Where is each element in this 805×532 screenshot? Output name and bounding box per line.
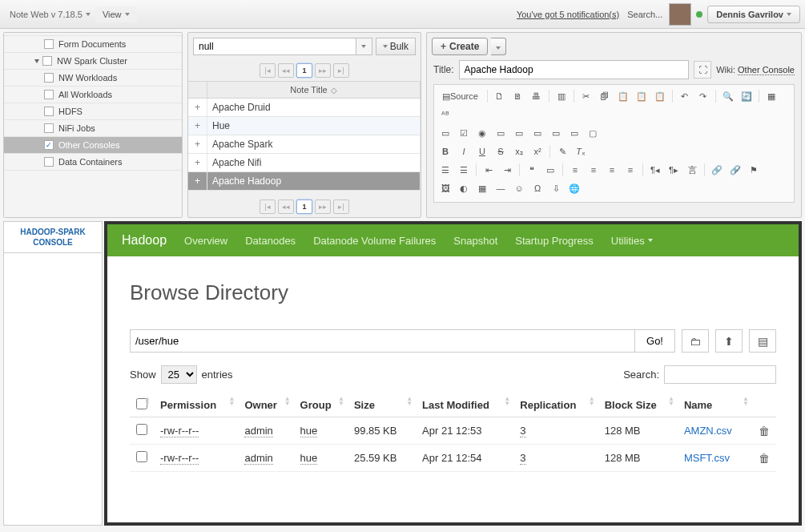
note-row[interactable]: +Hue — [188, 117, 421, 135]
home-button[interactable]: 🗀 — [682, 329, 709, 353]
align-left-button[interactable]: ≡ — [567, 162, 583, 178]
row-checkbox[interactable] — [136, 424, 147, 435]
pager-next-button[interactable]: ▸▸ — [315, 63, 331, 78]
col-size[interactable]: Size▲▼ — [348, 393, 416, 417]
pager-prev-button[interactable]: ◂◂ — [278, 200, 294, 214]
bold-button[interactable]: B — [437, 143, 453, 159]
italic-button[interactable]: I — [456, 143, 472, 159]
note-row[interactable]: +Apache Druid — [188, 99, 421, 117]
bullet-list-button[interactable]: ☰ — [456, 162, 472, 178]
note-row[interactable]: +Apache Hadoop — [188, 172, 421, 191]
hr-button[interactable]: ― — [493, 180, 509, 196]
expand-icon[interactable]: + — [188, 135, 207, 153]
new-folder-button[interactable]: ▤ — [749, 329, 776, 353]
textfield-icon[interactable]: ▭ — [493, 125, 509, 141]
tree-item[interactable]: HDFS — [4, 103, 182, 120]
go-button[interactable]: Go! — [635, 329, 675, 353]
pager-page-button[interactable]: 1 — [296, 63, 312, 78]
permission-value[interactable]: -rw-r--r-- — [160, 425, 199, 437]
tree-checkbox[interactable]: ✓ — [44, 140, 54, 150]
file-link[interactable]: MSFT.csv — [684, 452, 730, 464]
cut-icon[interactable]: ✂ — [578, 88, 594, 104]
pager-first-button[interactable]: |◂ — [260, 200, 276, 214]
strike-button[interactable]: S — [493, 143, 509, 159]
copy-icon[interactable]: 🗐 — [597, 88, 613, 104]
note-row[interactable]: +Apache Nifi — [188, 154, 421, 172]
source-button[interactable]: ▤ Source — [437, 88, 483, 104]
underline-button[interactable]: U — [474, 143, 490, 159]
delete-button[interactable]: 🗑 — [759, 452, 770, 465]
find-icon[interactable]: 🔍 — [720, 88, 736, 104]
subscript-button[interactable]: x₂ — [511, 143, 527, 159]
tree-item[interactable]: NiFi Jobs — [4, 119, 182, 137]
create-dropdown-button[interactable] — [491, 38, 506, 55]
nav-startup-progress[interactable]: Startup Progress — [515, 235, 594, 247]
tree-item[interactable]: All Workloads — [4, 86, 182, 103]
pagebreak-button[interactable]: ⇩ — [548, 180, 564, 196]
note-row[interactable]: +Apache Spark — [188, 135, 421, 154]
undo-icon[interactable]: ↶ — [677, 88, 693, 104]
remove-format-button[interactable]: ✎ — [554, 143, 570, 159]
group-value[interactable]: hue — [300, 452, 318, 465]
outdent-button[interactable]: ⇤ — [481, 162, 497, 178]
col-replication[interactable]: Replication▲▼ — [513, 393, 598, 417]
avatar[interactable] — [669, 3, 691, 26]
delete-button[interactable]: 🗑 — [759, 425, 770, 437]
form-icon[interactable]: ▭ — [437, 125, 453, 141]
filter-dropdown-button[interactable] — [356, 38, 372, 55]
image-button-icon[interactable]: ▭ — [566, 125, 582, 141]
tree-checkbox[interactable] — [44, 73, 54, 83]
blockquote-button[interactable]: ❝ — [524, 162, 540, 178]
paste-word-icon[interactable]: 📋 — [652, 88, 668, 104]
spellcheck-icon[interactable]: ᴬᴮ — [437, 107, 453, 123]
tree-checkbox[interactable] — [42, 56, 52, 66]
tree-checkbox[interactable] — [44, 90, 54, 99]
note-title-column-header[interactable]: Note Title ◇ — [207, 82, 421, 98]
filter-input[interactable] — [193, 38, 356, 55]
col-group[interactable]: Group▲▼ — [294, 393, 348, 417]
align-right-button[interactable]: ≡ — [604, 162, 620, 178]
print-icon[interactable]: 🖶 — [529, 88, 545, 104]
align-center-button[interactable]: ≡ — [586, 162, 602, 178]
pager-last-button[interactable]: ▸| — [333, 200, 349, 214]
wiki-link[interactable]: Other Console — [738, 65, 795, 75]
tree-checkbox[interactable] — [44, 157, 54, 167]
button-icon[interactable]: ▭ — [548, 125, 564, 141]
align-justify-button[interactable]: ≡ — [622, 162, 638, 178]
hadoop-brand[interactable]: Hadoop — [122, 233, 167, 248]
fullscreen-button[interactable]: ⛶ — [694, 61, 711, 79]
view-menu-button[interactable]: View — [95, 6, 137, 22]
col-owner[interactable]: Owner▲▼ — [238, 393, 293, 417]
specialchar-button[interactable]: Ω — [529, 180, 545, 196]
nav-snapshot[interactable]: Snapshot — [453, 235, 497, 247]
selectall-icon[interactable]: ▦ — [763, 88, 779, 104]
hidden-field-icon[interactable]: ▢ — [585, 125, 601, 141]
app-title-caret-icon[interactable] — [86, 13, 91, 16]
nav-volume-failures[interactable]: Datanode Volume Failures — [313, 235, 436, 247]
tree-checkbox[interactable] — [44, 39, 54, 49]
pager-first-button[interactable]: |◂ — [260, 63, 276, 78]
create-button[interactable]: + Create — [432, 38, 488, 55]
numbered-list-button[interactable]: ☰ — [437, 162, 453, 178]
superscript-button[interactable]: x² — [529, 143, 545, 159]
nav-overview[interactable]: Overview — [184, 235, 227, 247]
nav-utilities[interactable]: Utilities — [611, 235, 653, 247]
permission-value[interactable]: -rw-r--r-- — [160, 452, 199, 465]
entries-select[interactable]: 25 — [161, 365, 197, 384]
search-link[interactable]: Search... — [627, 10, 662, 19]
indent-button[interactable]: ⇥ — [499, 162, 515, 178]
unlink-button[interactable]: 🔗̸ — [727, 162, 743, 178]
anchor-button[interactable]: ⚑ — [746, 162, 762, 178]
col-name[interactable]: Name▲▼ — [678, 393, 752, 417]
tree-item[interactable]: NW Workloads — [4, 69, 182, 87]
search-input[interactable] — [664, 365, 776, 384]
preview-icon[interactable]: 🗎 — [510, 88, 526, 104]
nav-datanodes[interactable]: Datanodes — [245, 235, 296, 247]
flash-button[interactable]: ◐ — [456, 180, 472, 196]
templates-icon[interactable]: ▥ — [553, 88, 570, 104]
replace-icon[interactable]: 🔄 — [739, 88, 755, 104]
expand-icon[interactable]: + — [188, 154, 207, 171]
pager-last-button[interactable]: ▸| — [333, 63, 349, 78]
pager-page-button[interactable]: 1 — [296, 200, 312, 214]
div-button[interactable]: ▭ — [542, 162, 558, 178]
